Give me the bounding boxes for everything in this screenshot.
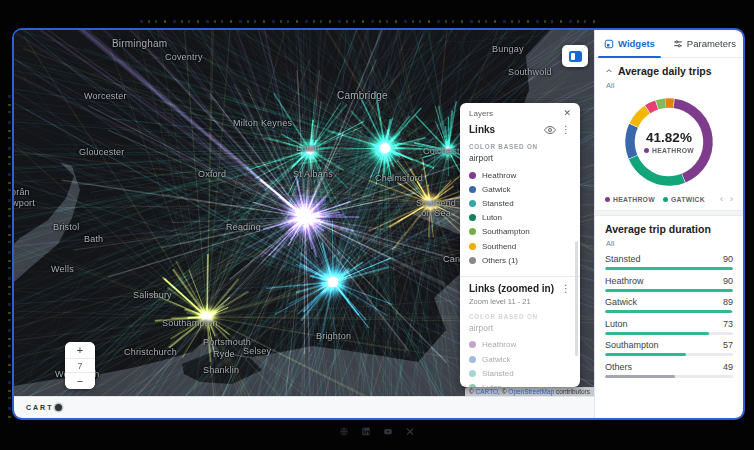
donut-center: 41.82% HEATHROW	[621, 94, 717, 190]
legend-item: Heathrow	[469, 338, 571, 352]
top-noise-strip	[140, 20, 600, 23]
widget-title: Average daily trips	[618, 65, 712, 77]
duration-bar-fill	[605, 353, 686, 356]
legend-dot-icon	[605, 197, 610, 202]
collapse-chevron-icon[interactable]	[605, 67, 613, 75]
duration-bar-fill	[605, 375, 675, 378]
legend-dot-icon	[469, 200, 476, 207]
legend-dot-icon	[469, 243, 476, 250]
legend-dot-icon	[469, 384, 476, 387]
duration-category: Stansted	[605, 254, 641, 264]
duration-bar-fill	[605, 289, 733, 292]
duration-row[interactable]: Stansted90	[605, 254, 733, 270]
duration-bar-fill	[605, 267, 733, 270]
panel-scrollbar[interactable]	[575, 241, 578, 356]
duration-bar-track	[605, 267, 733, 270]
map-zoom-control: + 7 −	[65, 342, 95, 389]
panel-layout-icon	[569, 51, 582, 62]
legend-item: Heathrow	[469, 168, 571, 182]
color-based-on-label: COLOR BASED ON	[469, 313, 571, 320]
legend-dot-icon	[469, 257, 476, 264]
layer-name: Links	[469, 124, 544, 136]
map-view[interactable]: BirminghamCoventryWorcesterGloucesterOxf…	[14, 30, 594, 396]
layer-legend: HeathrowGatwickStanstedLutonSouthamptonS…	[469, 338, 571, 387]
widgets-sidebar: Widgets Parameters Average daily trips A…	[594, 30, 743, 418]
duration-value: 49	[723, 362, 733, 372]
carto-logo-text: CART	[26, 404, 53, 411]
app-window: BirminghamCoventryWorcesterGloucesterOxf…	[12, 28, 745, 420]
widget-scope: All	[606, 81, 733, 90]
legend-item: Gatwick	[469, 182, 571, 196]
duration-bar-track	[605, 289, 733, 292]
duration-bar-track	[605, 332, 733, 335]
duration-category: Luton	[605, 319, 628, 329]
duration-category: Heathrow	[605, 276, 644, 286]
legend-dot-icon	[469, 370, 476, 377]
legend-item-gatwick: GATWICK	[663, 196, 705, 203]
layer-section-links-zoomed: Links (zoomed in) ⋮ Zoom level 11 - 21 C…	[460, 281, 580, 387]
legend-dot-icon	[469, 228, 476, 235]
map-footer-bar: CART	[14, 396, 594, 418]
attribution-prefix: ©	[469, 388, 476, 395]
legend-item: Southend	[469, 239, 571, 253]
visibility-eye-icon[interactable]	[544, 124, 556, 136]
widgets-icon	[604, 39, 614, 49]
sidebar-tabs: Widgets Parameters	[595, 30, 743, 58]
zoom-out-button[interactable]: −	[65, 373, 95, 389]
osm-attribution-link[interactable]: OpenStreetMap	[508, 388, 554, 395]
duration-row[interactable]: Heathrow90	[605, 276, 733, 292]
carto-attribution-link[interactable]: CARTO	[476, 388, 499, 395]
layer-menu-icon[interactable]: ⋮	[561, 284, 571, 294]
linkedin-icon[interactable]	[362, 427, 371, 436]
legend-next-arrow-icon[interactable]: ›	[730, 195, 733, 204]
layer-menu-icon[interactable]: ⋮	[561, 125, 571, 135]
duration-row[interactable]: Luton73	[605, 319, 733, 335]
toggle-panel-button[interactable]	[562, 45, 588, 67]
tab-widgets[interactable]: Widgets	[595, 30, 664, 57]
duration-value: 89	[723, 297, 733, 307]
duration-bar-track	[605, 310, 733, 313]
legend-dot-icon	[663, 197, 668, 202]
duration-category: Southampton	[605, 340, 659, 350]
carto-logo: CART	[26, 404, 62, 411]
close-icon[interactable]: ✕	[563, 109, 571, 118]
duration-category: Others	[605, 362, 632, 372]
widget-title: Average trip duration	[605, 223, 711, 235]
legend-item: Stansted	[469, 366, 571, 380]
left-noise-strip	[8, 95, 11, 420]
layers-panel: Layers ✕ Links ⋮ COLOR BASED ON airpor	[460, 103, 580, 387]
duration-bar-track	[605, 353, 733, 356]
social-links-row	[340, 427, 415, 436]
tab-label: Parameters	[687, 38, 736, 49]
widget-scope: All	[606, 239, 733, 248]
layer-section-links: Links ⋮ COLOR BASED ON airport HeathrowG…	[460, 122, 580, 274]
tab-label: Widgets	[618, 38, 655, 49]
legend-dot-icon	[469, 214, 476, 221]
youtube-icon[interactable]	[384, 427, 393, 436]
legend-prev-arrow-icon[interactable]: ‹	[720, 195, 723, 204]
color-based-on-label: COLOR BASED ON	[469, 143, 571, 150]
widget-average-daily-trips: Average daily trips All 41.82% HEATHROW	[595, 58, 743, 210]
legend-dot-icon	[469, 172, 476, 179]
attribution-suffix: contributors	[554, 388, 590, 395]
duration-category: Gatwick	[605, 297, 637, 307]
x-social-icon[interactable]	[406, 427, 415, 436]
layers-panel-header: Layers ✕	[460, 103, 580, 122]
daily-trips-donut-chart[interactable]: 41.82% HEATHROW	[621, 94, 717, 190]
donut-center-label: HEATHROW	[652, 147, 694, 154]
duration-row[interactable]: Southampton57	[605, 340, 733, 356]
legend-dot-icon	[469, 186, 476, 193]
legend-dot-icon	[469, 356, 476, 363]
tab-parameters[interactable]: Parameters	[664, 30, 743, 57]
zoom-in-button[interactable]: +	[65, 342, 95, 358]
duration-bar-track	[605, 375, 733, 378]
layer-legend: HeathrowGatwickStanstedLutonSouthamptonS…	[469, 168, 571, 267]
legend-dot-icon	[469, 341, 476, 348]
legend-item: Luton	[469, 211, 571, 225]
globe-icon[interactable]	[340, 427, 349, 436]
carto-logo-o-icon	[55, 404, 62, 411]
duration-value: 90	[723, 254, 733, 264]
duration-row[interactable]: Others49	[605, 362, 733, 378]
duration-row[interactable]: Gatwick89	[605, 297, 733, 313]
layers-panel-title: Layers	[469, 109, 493, 118]
